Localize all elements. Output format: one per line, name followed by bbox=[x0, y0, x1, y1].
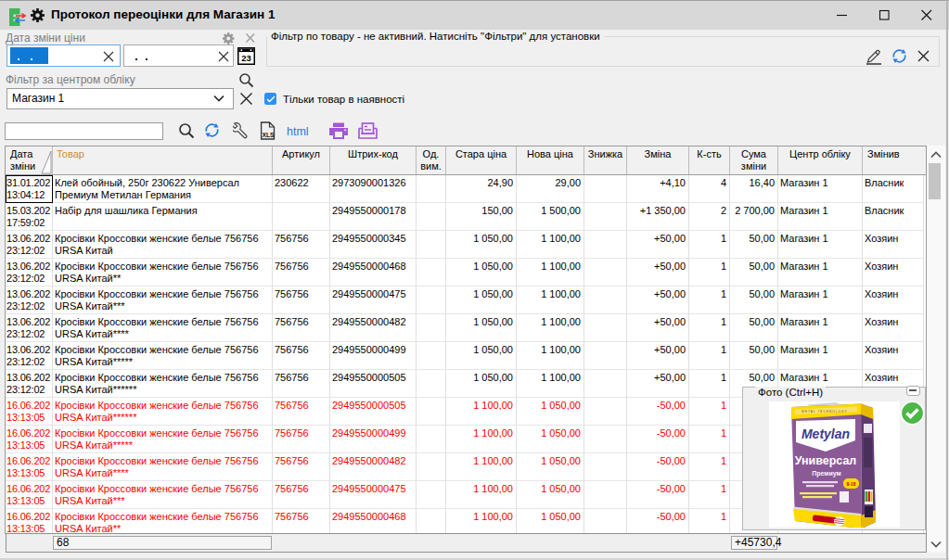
svg-text:XLS: XLS bbox=[262, 132, 275, 138]
svg-text:Премиум: Премиум bbox=[812, 470, 841, 477]
svg-text:8-18: 8-18 bbox=[846, 481, 855, 487]
svg-text:Универсал: Универсал bbox=[795, 454, 857, 467]
svg-text:Metylan: Metylan bbox=[802, 426, 850, 441]
svg-text:23: 23 bbox=[241, 53, 251, 63]
svg-text:METAL TECHNOLOGY: METAL TECHNOLOGY bbox=[802, 410, 847, 414]
